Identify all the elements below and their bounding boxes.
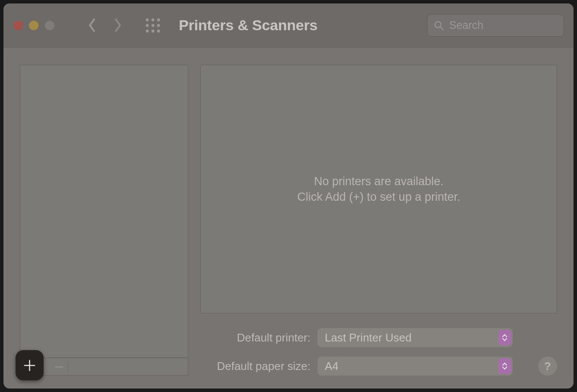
search-input[interactable]	[449, 19, 558, 32]
svg-line-10	[441, 27, 444, 30]
popup-stepper-icon	[498, 358, 511, 374]
empty-state-message: No printers are available. Click Add (+)…	[297, 174, 460, 205]
empty-line-2: Click Add (+) to set up a printer.	[297, 189, 460, 205]
chevron-right-icon	[113, 18, 122, 32]
chevron-down-icon	[502, 338, 507, 341]
show-all-button[interactable]	[145, 18, 161, 33]
help-button[interactable]: ?	[538, 357, 557, 376]
footer-divider-2	[68, 361, 68, 373]
titlebar: Printers & Scanners	[3, 3, 574, 47]
back-button[interactable]	[86, 19, 98, 32]
content-area: No printers are available. Click Add (+)…	[3, 47, 574, 389]
default-printer-value: Last Printer Used	[325, 331, 412, 345]
svg-point-0	[146, 18, 149, 21]
svg-point-1	[152, 18, 155, 21]
minus-icon	[54, 362, 64, 372]
chevron-up-icon	[502, 334, 507, 337]
detail-panel: No printers are available. Click Add (+)…	[200, 65, 557, 376]
search-field-container	[427, 14, 564, 37]
empty-line-1: No printers are available.	[297, 174, 460, 189]
close-window-button[interactable]	[13, 21, 22, 30]
chevron-up-icon	[502, 363, 507, 366]
svg-point-5	[157, 24, 160, 27]
help-glyph: ?	[544, 360, 551, 373]
printer-list-footer	[20, 358, 188, 376]
default-paper-value: A4	[325, 360, 339, 373]
preferences-window: Printers & Scanners	[3, 3, 574, 389]
chevron-left-icon	[88, 18, 97, 32]
plus-icon	[23, 359, 36, 372]
printers-sidebar	[20, 65, 188, 376]
default-printer-popup[interactable]: Last Printer Used	[317, 328, 513, 347]
svg-point-4	[152, 24, 155, 27]
minimize-window-button[interactable]	[29, 21, 38, 30]
default-settings: Default printer: Last Printer Used Defau…	[200, 328, 557, 376]
default-paper-popup[interactable]: A4	[317, 357, 513, 376]
add-printer-button[interactable]	[16, 350, 44, 380]
footer-divider-1	[44, 361, 45, 373]
remove-printer-button[interactable]	[51, 358, 68, 375]
popup-stepper-icon	[498, 330, 511, 345]
default-printer-row: Default printer: Last Printer Used	[200, 328, 514, 347]
default-paper-label: Default paper size:	[200, 360, 311, 373]
default-printer-label: Default printer:	[200, 331, 311, 345]
zoom-window-button[interactable]	[45, 21, 54, 30]
nav-buttons	[86, 19, 124, 32]
chevron-down-icon	[502, 367, 507, 370]
grid-icon	[145, 18, 161, 33]
window-controls	[13, 21, 54, 30]
page-title: Printers & Scanners	[179, 17, 317, 34]
printer-list[interactable]	[20, 65, 188, 358]
forward-button[interactable]	[111, 19, 124, 32]
svg-point-8	[157, 29, 160, 32]
svg-point-3	[146, 24, 149, 27]
svg-point-7	[152, 29, 155, 32]
default-paper-row: Default paper size: A4	[200, 357, 514, 376]
search-icon	[434, 20, 444, 31]
svg-point-2	[157, 18, 160, 21]
svg-point-6	[146, 29, 149, 32]
printer-detail-box: No printers are available. Click Add (+)…	[200, 65, 557, 313]
